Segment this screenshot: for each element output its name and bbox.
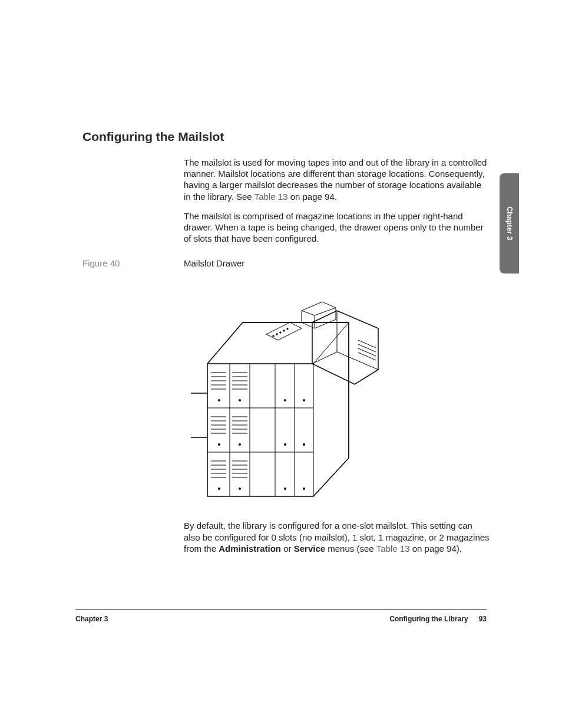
svg-point-53 bbox=[303, 399, 305, 401]
svg-point-65 bbox=[273, 335, 274, 337]
chapter-side-tab-label: Chapter 3 bbox=[505, 206, 514, 240]
mailslot-drawer-illustration bbox=[184, 269, 408, 514]
svg-point-59 bbox=[239, 487, 241, 490]
footer-chapter: Chapter 3 bbox=[75, 615, 108, 623]
svg-point-57 bbox=[303, 443, 305, 446]
svg-marker-70 bbox=[312, 311, 378, 384]
svg-point-68 bbox=[283, 330, 285, 331]
svg-marker-78 bbox=[302, 302, 336, 328]
svg-point-50 bbox=[218, 399, 220, 401]
svg-line-5 bbox=[313, 458, 349, 496]
svg-point-60 bbox=[284, 487, 286, 490]
svg-line-77 bbox=[358, 353, 376, 360]
para3-text-b4: menus (see bbox=[325, 543, 376, 554]
svg-point-51 bbox=[239, 399, 241, 401]
paragraph-3: By default, the library is configured fo… bbox=[184, 520, 490, 554]
svg-line-73 bbox=[312, 352, 337, 364]
para3-text-c: on page 94). bbox=[410, 543, 462, 554]
footer-right: Configuring the Library 93 bbox=[389, 615, 487, 623]
section-heading: Configuring the Mailslot bbox=[82, 130, 489, 144]
svg-point-58 bbox=[218, 487, 220, 490]
table-13-link-1[interactable]: Table 13 bbox=[254, 192, 288, 202]
svg-point-56 bbox=[284, 443, 286, 446]
paragraph-2: The mailslot is comprised of magazine lo… bbox=[184, 210, 490, 245]
administration-menu-ref: Administration bbox=[219, 543, 281, 554]
svg-point-66 bbox=[276, 334, 277, 335]
page: Chapter 3 Configuring the Mailslot The m… bbox=[0, 0, 562, 728]
svg-line-76 bbox=[358, 348, 376, 356]
svg-line-80 bbox=[315, 308, 336, 315]
svg-point-61 bbox=[303, 487, 305, 490]
svg-marker-0 bbox=[207, 322, 349, 496]
figure-caption: Mailslot Drawer bbox=[184, 258, 244, 268]
figure-number: Figure 40 bbox=[82, 258, 184, 268]
page-number: 93 bbox=[479, 615, 487, 623]
content-area: Configuring the Mailslot The mailslot is… bbox=[82, 130, 489, 562]
svg-point-54 bbox=[218, 443, 220, 446]
footer-section-title: Configuring the Library bbox=[389, 615, 468, 623]
svg-line-81 bbox=[302, 311, 315, 315]
table-13-link-2[interactable]: Table 13 bbox=[376, 543, 410, 554]
para1-text-b: on page 94. bbox=[288, 192, 337, 202]
body-paragraphs-1: The mailslot is used for moving tapes in… bbox=[184, 157, 490, 244]
svg-point-52 bbox=[284, 399, 286, 401]
svg-point-67 bbox=[280, 332, 281, 333]
chapter-side-tab: Chapter 3 bbox=[500, 173, 519, 274]
paragraph-1: The mailslot is used for moving tapes in… bbox=[184, 157, 490, 202]
service-menu-ref: Service bbox=[294, 543, 325, 554]
svg-line-75 bbox=[358, 344, 376, 352]
para3-or: or bbox=[281, 543, 294, 554]
svg-point-69 bbox=[287, 328, 288, 330]
body-paragraphs-2: By default, the library is configured fo… bbox=[184, 520, 490, 554]
svg-line-74 bbox=[358, 340, 376, 348]
figure-heading-row: Figure 40 Mailslot Drawer bbox=[82, 258, 489, 268]
page-footer: Chapter 3 Configuring the Library 93 bbox=[75, 610, 487, 623]
svg-point-55 bbox=[239, 443, 241, 446]
